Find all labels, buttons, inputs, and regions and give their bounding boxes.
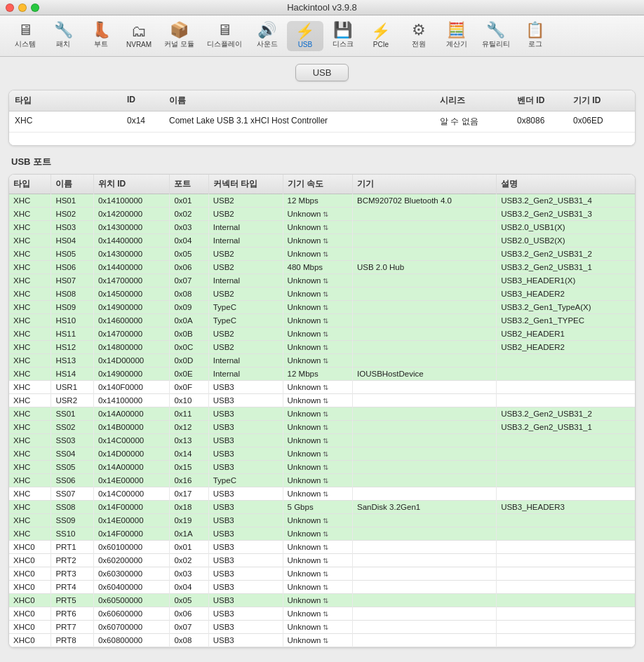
toolbar-item-boot[interactable]: 👢부트 [83,20,119,52]
toolbar-label-sound: 사운드 [257,39,278,49]
sort-icon: ⇅ [321,543,329,551]
table-row[interactable]: XHCHS030x143000000x03InternalUnknown ⇅US… [9,221,635,234]
sort-icon: ⇅ [321,344,329,351]
table-row[interactable]: XHCUSR10x140F00000x0FUSB3Unknown ⇅ [9,381,635,394]
toolbar-item-calc[interactable]: 🧮계산기 [438,20,475,52]
table-row[interactable]: XHCHS070x147000000x07InternalUnknown ⇅US… [9,274,635,288]
toolbar-item-pcie[interactable]: ⚡PCIe [363,21,399,51]
toolbar-item-log[interactable]: 📋로그 [517,20,554,52]
sort-icon: ⇅ [321,250,329,258]
table-row[interactable]: XHCHS080x145000000x08USB2Unknown ⇅USB3_H… [9,288,635,301]
sort-icon: ⇅ [321,357,329,365]
close-button[interactable] [6,4,14,12]
toolbar-label-patch: 패치 [56,39,70,49]
boot-icon: 👢 [92,22,111,38]
table-row[interactable]: XHCSS060x14E000000x16TypeCUnknown ⇅ [9,474,635,487]
row-id: 0x14 [127,116,169,128]
toolbar-item-nvram[interactable]: 🗂NVRAM [121,21,157,51]
th-connector: 커넥터 타입 [208,175,283,194]
table-row[interactable]: XHCHS060x144000000x06USB2480 MbpsUSB 2.0… [9,261,635,274]
table-row[interactable]: XHCSS040x14D000000x14USB3Unknown ⇅ [9,447,635,461]
port-table: 타입 이름 위치 ID 포트 커넥터 타입 기기 속도 기기 설명 XHCHS0… [9,175,635,647]
table-row[interactable]: XHC0PRT50x605000000x05USB3Unknown ⇅ [9,594,635,607]
toolbar-label-power: 전원 [412,39,426,49]
toolbar-item-usb[interactable]: ⚡USB [287,21,323,51]
table-row[interactable]: XHC0PRT40x604000000x04USB3Unknown ⇅ [9,581,635,594]
minimize-button[interactable] [18,4,27,12]
toolbar-item-patch[interactable]: 🔧패치 [45,20,81,52]
window-controls[interactable] [6,4,39,12]
sort-icon: ⇅ [321,477,329,485]
toolbar-item-power[interactable]: ⚙전원 [401,20,437,52]
table-row[interactable]: XHCSS020x14B000000x12USB3Unknown ⇅USB3.2… [9,421,635,434]
table-row[interactable]: XHCSS090x14E000000x19USB3Unknown ⇅ [9,514,635,527]
table-row[interactable]: XHCHS120x148000000x0CUSB2Unknown ⇅USB2_H… [9,341,635,354]
toolbar-item-kernel[interactable]: 📦커널 모듈 [159,20,200,52]
sort-icon: ⇅ [321,210,329,218]
patch-icon: 🔧 [54,22,73,38]
nvram-icon: 🗂 [131,24,147,39]
table-row[interactable]: XHCHS090x149000000x09TypeCUnknown ⇅USB3.… [9,301,635,314]
table-row[interactable]: XHC0PRT70x607000000x07USB3Unknown ⇅ [9,621,635,634]
table-row[interactable]: XHCSS100x14F000000x1AUSB3Unknown ⇅ [9,527,635,541]
utility-icon: 🔧 [486,22,505,38]
sort-icon: ⇅ [321,583,329,591]
power-icon: ⚙ [412,22,426,38]
row-name: Comet Lake USB 3.1 xHCI Host Controller [169,116,440,128]
ports-scroll[interactable]: 타입 이름 위치 ID 포트 커넥터 타입 기기 속도 기기 설명 XHCHS0… [9,175,635,647]
sort-icon: ⇅ [321,490,329,498]
table-row[interactable]: XHCUSR20x141000000x10USB3Unknown ⇅ [9,394,635,407]
table-row[interactable]: XHC0PRT20x602000000x02USB3Unknown ⇅ [9,554,635,567]
col-series: 시리즈 [440,95,517,107]
controller-row-spacer [9,133,635,145]
calc-icon: 🧮 [447,22,466,38]
row-device-id: 0x06ED [573,116,629,128]
th-speed: 기기 속도 [283,175,352,194]
col-type: 타입 [15,95,127,107]
app-title: Hackintool v3.9.8 [287,2,357,13]
toolbar-item-utility[interactable]: 🔧유틸리티 [476,20,516,52]
toolbar-item-system[interactable]: 🖥시스템 [7,20,43,52]
maximize-button[interactable] [31,4,39,12]
th-type: 타입 [9,175,51,194]
sort-icon: ⇅ [321,330,329,338]
toolbar-label-calc: 계산기 [446,39,467,49]
toolbar-item-display[interactable]: 🖥디스플레이 [201,20,248,52]
table-row[interactable]: XHCHS050x143000000x05USB2Unknown ⇅USB3.2… [9,248,635,261]
ports-card: 타입 이름 위치 ID 포트 커넥터 타입 기기 속도 기기 설명 XHCHS0… [8,174,636,648]
table-row[interactable]: XHC0PRT10x601000000x01USB3Unknown ⇅ [9,541,635,554]
table-row[interactable]: XHC0PRT60x606000000x06USB3Unknown ⇅ [9,607,635,621]
toolbar-label-kernel: 커널 모듈 [164,39,194,49]
table-row[interactable]: XHC0PRT80x608000000x08USB3Unknown ⇅ [9,634,635,647]
table-row[interactable]: XHCHS010x141000000x01USB212 MbpsBCM92070… [9,194,635,208]
usb-button[interactable]: USB [295,64,349,81]
disk-icon: 💾 [333,22,352,38]
col-vendor: 벤더 ID [517,95,573,107]
toolbar: 🖥시스템🔧패치👢부트🗂NVRAM📦커널 모듈🖥디스플레이🔊사운드⚡USB💾디스크… [0,15,644,57]
row-type: XHC [15,116,127,128]
table-row[interactable]: XHCSS050x14A000000x15USB3Unknown ⇅ [9,461,635,474]
table-row[interactable]: XHCHS020x142000000x02USB2Unknown ⇅USB3.2… [9,208,635,221]
sort-icon: ⇅ [321,317,329,325]
system-icon: 🖥 [18,22,33,38]
toolbar-label-nvram: NVRAM [126,41,152,48]
usb-ports-section: USB 포트 타입 이름 위치 ID 포트 커넥터 타입 기기 속도 기기 설명 [8,156,636,648]
table-row[interactable]: XHCHS100x146000000x0ATypeCUnknown ⇅USB3.… [9,314,635,327]
toolbar-item-sound[interactable]: 🔊사운드 [249,20,286,52]
sort-icon: ⇅ [321,437,329,445]
table-row[interactable]: XHCHS040x144000000x04InternalUnknown ⇅US… [9,234,635,248]
table-row[interactable]: XHCHS130x14D000000x0DInternalUnknown ⇅ [9,354,635,367]
table-row[interactable]: XHCSS080x14F000000x18USB35 GbpsSanDisk 3… [9,501,635,514]
row-vendor-id: 0x8086 [517,116,573,128]
table-row[interactable]: XHCSS010x14A000000x11USB3Unknown ⇅USB3.2… [9,407,635,421]
table-row[interactable]: XHCSS030x14C000000x13USB3Unknown ⇅ [9,434,635,447]
col-name: 이름 [169,95,440,107]
table-row[interactable]: XHCHS140x149000000x0EInternal12 MbpsIOUS… [9,367,635,381]
table-row[interactable]: XHCSS070x14C000000x17USB3Unknown ⇅ [9,487,635,501]
sort-icon: ⇅ [321,450,329,458]
table-row[interactable]: XHCHS110x147000000x0BUSB2Unknown ⇅USB2_H… [9,327,635,341]
col-id: ID [127,95,169,107]
sort-icon: ⇅ [321,237,329,245]
toolbar-item-disk[interactable]: 💾디스크 [325,20,361,52]
table-row[interactable]: XHC0PRT30x603000000x03USB3Unknown ⇅ [9,567,635,581]
